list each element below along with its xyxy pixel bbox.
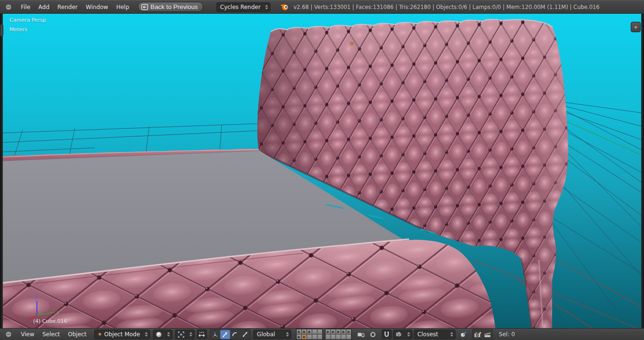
units-label: Meters — [9, 27, 27, 33]
shading-select[interactable] — [153, 330, 172, 339]
manipulator-toggle-button[interactable] — [197, 330, 207, 339]
orientation-value: Global — [257, 331, 281, 338]
snap-element-stepper-arrows[interactable] — [407, 332, 410, 337]
layer-5[interactable] — [317, 329, 322, 334]
layer-13[interactable] — [336, 329, 341, 334]
menu-file[interactable]: File — [21, 4, 30, 10]
properties-panel-toggle-button[interactable]: + — [631, 22, 641, 32]
layer-7[interactable] — [302, 334, 307, 340]
snap-target-stepper-arrows[interactable] — [450, 332, 453, 337]
engine-stepper-arrows[interactable] — [265, 5, 268, 9]
layer-4[interactable] — [312, 329, 317, 334]
editor-circle-icon — [4, 330, 13, 339]
snap-element-select[interactable] — [393, 330, 412, 339]
orientation-select[interactable]: Global — [253, 330, 291, 339]
viewport-3d[interactable]: z y Camera Persp Meters (4) Cube.016 + — [0, 14, 644, 328]
mode-value: Object Mode — [104, 331, 140, 338]
snap-target-value: Closest — [418, 331, 446, 338]
mode-select[interactable]: Object Mode — [94, 330, 150, 339]
mode-stepper-arrows[interactable] — [145, 332, 148, 337]
layer-18[interactable] — [336, 334, 341, 340]
manipulator-axes-button[interactable] — [210, 330, 220, 339]
opengl-render-anim-button[interactable] — [483, 330, 492, 339]
manipulator-icon — [198, 331, 206, 338]
active-object-label: (4) Cube.016 — [33, 318, 67, 324]
layer-11[interactable] — [325, 329, 331, 334]
translate-arrow-icon — [221, 331, 229, 338]
rotate-manipulator-button[interactable] — [230, 330, 240, 339]
object-mode-cube-icon — [98, 331, 101, 338]
menu-select[interactable]: Select — [42, 331, 60, 338]
layer-8[interactable] — [307, 334, 312, 340]
scale-arrow-icon — [241, 331, 249, 338]
shading-stepper-arrows[interactable] — [167, 332, 170, 337]
area-edge-left[interactable] — [0, 14, 3, 328]
layer-14[interactable] — [341, 329, 346, 334]
layer-15[interactable] — [346, 329, 351, 334]
menu-view[interactable]: View — [21, 331, 34, 338]
menu-help[interactable]: Help — [116, 4, 129, 10]
proportional-circle-icon — [369, 331, 376, 338]
clapperboard-icon — [483, 331, 492, 338]
back-to-previous-button[interactable]: Back to Previous — [138, 2, 203, 12]
axes-tripod-icon — [211, 331, 219, 338]
scene-stats: v2.68 | Verts:133001 | Faces:131086 | Tr… — [294, 4, 599, 10]
layer-3[interactable] — [307, 329, 312, 334]
layer-19[interactable] — [341, 334, 346, 340]
selection-count: Sel: 0 — [499, 331, 515, 338]
scale-manipulator-button[interactable] — [240, 330, 250, 339]
layer-1[interactable] — [296, 329, 302, 334]
pivot-point-icon — [178, 331, 185, 338]
pivot-point-select[interactable] — [175, 330, 195, 339]
layer-16[interactable] — [325, 334, 331, 340]
opengl-render-button[interactable] — [473, 330, 483, 339]
layer-12[interactable] — [331, 329, 336, 334]
view-name-label: Camera Persp — [9, 17, 46, 23]
rotate-arc-icon — [231, 331, 239, 338]
menu-window[interactable]: Window — [86, 4, 108, 10]
scene-lock-button[interactable] — [356, 330, 366, 339]
viewport-header: View Select Object Object Mode — [0, 328, 644, 340]
top-header: File Add Render Window Help Back to Prev… — [0, 0, 644, 14]
lock-icon — [357, 331, 365, 338]
layer-6[interactable] — [296, 334, 302, 340]
orientation-stepper-arrows[interactable] — [286, 332, 289, 337]
snap-target-select[interactable]: Closest — [414, 330, 456, 339]
viewport-scene: z y — [0, 14, 644, 328]
object-origin-dot[interactable] — [350, 42, 353, 45]
area-edge-right[interactable] — [641, 14, 644, 328]
blender-window: File Add Render Window Help Back to Prev… — [0, 0, 644, 340]
layer-9[interactable] — [312, 334, 317, 340]
axis-z-label: z — [35, 295, 37, 300]
back-icon — [141, 4, 148, 10]
layer-20[interactable] — [346, 334, 351, 340]
layer-17[interactable] — [331, 334, 336, 340]
render-engine-value: Cycles Render — [220, 4, 261, 10]
render-engine-select[interactable]: Cycles Render — [216, 2, 270, 12]
editor-circle-icon — [4, 3, 13, 11]
layer-2[interactable] — [302, 329, 307, 334]
snap-element-cube-icon — [395, 331, 402, 338]
camera-icon — [474, 331, 482, 338]
layer-10[interactable] — [317, 334, 322, 340]
pivot-stepper-arrows[interactable] — [189, 332, 192, 337]
translate-manipulator-button[interactable] — [220, 330, 230, 339]
blender-logo-icon — [280, 3, 289, 11]
menu-add[interactable]: Add — [38, 4, 49, 10]
shading-sphere-icon — [155, 331, 162, 338]
toolbar-toggle-nub[interactable] — [0, 24, 3, 36]
editor-type-button[interactable] — [4, 3, 13, 11]
axis-y-label: y — [57, 310, 60, 315]
proportional-edit-button[interactable] — [368, 330, 378, 339]
layers-group-2 — [325, 329, 352, 340]
back-to-previous-label: Back to Previous — [151, 3, 198, 10]
editor-type-button-3dview[interactable] — [4, 330, 13, 339]
layers-group-1 — [296, 329, 323, 340]
align-sphere-icon — [460, 331, 467, 338]
menu-render[interactable]: Render — [57, 4, 78, 10]
magnet-icon — [383, 331, 390, 338]
snap-align-rotation-button[interactable] — [458, 330, 468, 339]
menu-object[interactable]: Object — [68, 331, 87, 338]
snap-toggle-button[interactable] — [382, 330, 392, 339]
